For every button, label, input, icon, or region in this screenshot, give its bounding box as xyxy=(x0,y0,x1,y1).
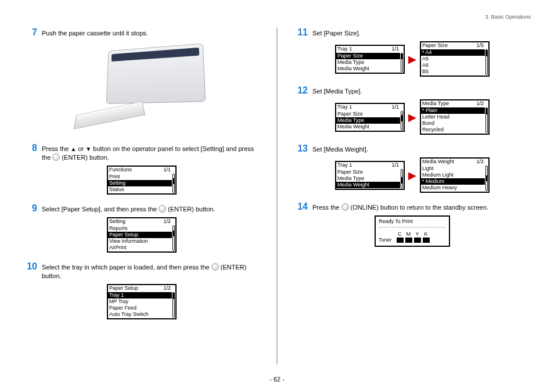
status-ready-text: Ready To Print xyxy=(379,218,446,224)
screen-tray1: Tray 11/1Paper SizeMedia TypeMedia Weigh… xyxy=(335,161,405,190)
screen-media-type: Media Type1/2* PlainLetter HeadBondRecyc… xyxy=(420,99,490,135)
page-number: - 62 - xyxy=(0,376,554,383)
printer-illustration xyxy=(66,41,217,134)
step-number: 12 xyxy=(294,86,308,95)
step-11: 11 Set [Paper Size]. xyxy=(294,28,531,38)
screen-paper-setup: Paper Setup1/2Tray 1MP TrayPaper FeedAut… xyxy=(107,284,177,319)
enter-button-icon xyxy=(211,263,219,271)
step-number: 11 xyxy=(294,28,308,37)
enter-button-icon xyxy=(159,205,166,213)
screen-media-weight: Media Weight1/2LightMedium Light* Medium… xyxy=(420,157,490,193)
screen-tray1: Tray 11/1Paper SizeMedia TypeMedia Weigh… xyxy=(335,45,405,74)
red-arrow-icon: ▶ xyxy=(408,170,416,181)
red-arrow-icon: ▶ xyxy=(408,112,416,123)
step-13: 13 Set [Media Weight]. xyxy=(294,144,531,154)
toner-bars: CMYK xyxy=(397,231,430,243)
screen-ready-to-print: Ready To Print ·························… xyxy=(375,215,450,247)
down-triangle-icon: ▼ xyxy=(85,146,91,152)
screen-functions: Functions1/1PrintSettingStatus xyxy=(107,166,177,195)
step-8: 8 Press the ▲ or ▼ button on the operato… xyxy=(23,143,260,162)
step-7: 7 Push the paper cassette until it stops… xyxy=(23,28,260,38)
enter-button-icon xyxy=(52,153,60,161)
screen-tray1: Tray 11/1Paper SizeMedia TypeMedia Weigh… xyxy=(335,103,405,132)
screens-pair-media-weight: Tray 11/1Paper SizeMedia TypeMedia Weigh… xyxy=(294,157,531,193)
step-10: 10 Select the tray in which paper is loa… xyxy=(23,262,260,280)
step-text: Press the ▲ or ▼ button on the operator … xyxy=(42,143,260,162)
header-section: 3. Basic Operations xyxy=(485,14,531,20)
step-text: Select the tray in which paper is loaded… xyxy=(42,262,260,280)
toner-label: Toner xyxy=(379,237,392,243)
right-column: 11 Set [Paper Size]. Tray 11/1Paper Size… xyxy=(278,28,531,364)
up-triangle-icon: ▲ xyxy=(71,146,77,152)
step-number: 8 xyxy=(23,143,37,153)
step-number: 10 xyxy=(23,262,37,271)
step-number: 13 xyxy=(294,144,308,153)
step-text: Press the (ONLINE) button to return to t… xyxy=(312,202,531,212)
red-arrow-icon: ▶ xyxy=(408,54,416,64)
step-number: 9 xyxy=(23,204,37,213)
online-button-icon xyxy=(341,203,349,211)
step-text: Set [Media Type]. xyxy=(312,86,531,96)
screen-setting: Setting1/2ReportsPaper SetupView Informa… xyxy=(107,217,177,253)
step-12: 12 Set [Media Type]. xyxy=(294,86,531,96)
step-text: Set [Paper Size]. xyxy=(312,28,531,38)
step-9: 9 Select [Paper Setup], and then press t… xyxy=(23,204,260,214)
screens-pair-paper-size: Tray 11/1Paper SizeMedia TypeMedia Weigh… xyxy=(294,41,531,77)
status-divider: ········································ xyxy=(379,225,446,230)
screen-paper-size: Paper Size1/5* A4A5A6B5 xyxy=(420,41,490,77)
screens-pair-media-type: Tray 11/1Paper SizeMedia TypeMedia Weigh… xyxy=(294,99,531,135)
step-text: Select [Paper Setup], and then press the… xyxy=(42,204,260,214)
step-number: 14 xyxy=(294,202,308,211)
step-number: 7 xyxy=(23,28,37,37)
left-column: 7 Push the paper cassette until it stops… xyxy=(23,28,276,364)
step-text: Set [Media Weight]. xyxy=(312,144,531,154)
step-text: Push the paper cassette until it stops. xyxy=(42,28,260,38)
step-14: 14 Press the (ONLINE) button to return t… xyxy=(294,202,531,212)
